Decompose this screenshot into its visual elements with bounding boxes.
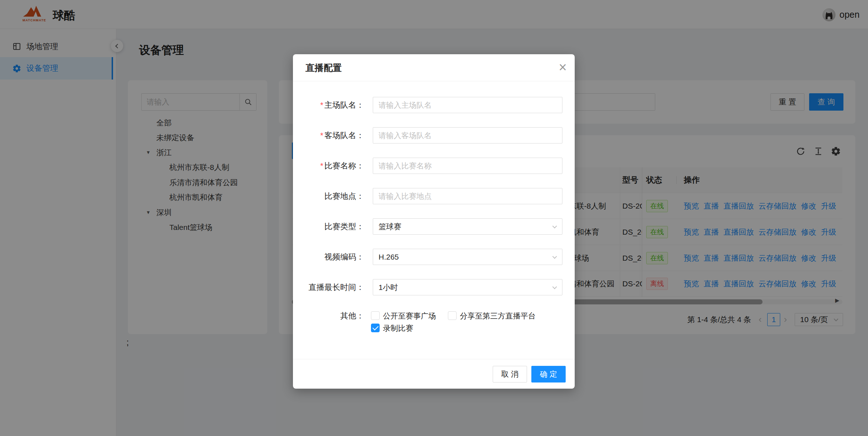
checkbox-label-third-party[interactable]: 分享至第三方直播平台 [460, 311, 536, 320]
modal-footer: 取 消 确 定 [293, 359, 575, 389]
match-type-select[interactable]: 篮球赛 [373, 218, 562, 235]
max-duration-select[interactable]: 1小时 [373, 279, 562, 295]
checkbox-label-record-match[interactable]: 录制比赛 [383, 324, 413, 332]
live-config-modal: 直播配置 × *主场队名： *客场队名： *比赛名称： 比赛地点： 比赛类型： … [293, 54, 575, 389]
field-label-other: 其他： [293, 311, 364, 321]
chevron-down-icon [552, 254, 557, 259]
confirm-button[interactable]: 确 定 [531, 366, 566, 382]
checkbox-label-public-square[interactable]: 公开至赛事广场 [383, 311, 436, 320]
match-location-input[interactable] [373, 188, 562, 204]
close-icon[interactable]: × [559, 59, 567, 76]
checkbox-record-match[interactable] [371, 324, 380, 332]
home-team-input[interactable] [373, 97, 562, 113]
field-label-away-team: *客场队名： [293, 127, 364, 144]
field-label-home-team: *主场队名： [293, 97, 364, 113]
video-codec-value: H.265 [379, 253, 399, 261]
field-label-video-codec: 视频编码： [293, 249, 364, 265]
chevron-down-icon [552, 224, 557, 228]
chevron-down-icon [552, 285, 557, 289]
match-name-input[interactable] [373, 158, 562, 174]
cancel-button[interactable]: 取 消 [493, 366, 527, 382]
field-label-max-duration: 直播最长时间： [293, 279, 364, 295]
modal-header: 直播配置 × [293, 54, 575, 81]
max-duration-value: 1小时 [379, 282, 398, 292]
checkbox-public-square[interactable] [371, 311, 380, 320]
match-type-value: 篮球赛 [379, 222, 401, 232]
video-codec-select[interactable]: H.265 [373, 249, 562, 265]
field-label-match-type: 比赛类型： [293, 218, 364, 235]
field-label-match-name: *比赛名称： [293, 158, 364, 174]
modal-title: 直播配置 [306, 54, 342, 81]
checkbox-third-party[interactable] [448, 311, 457, 320]
away-team-input[interactable] [373, 127, 562, 144]
field-label-match-location: 比赛地点： [293, 188, 364, 204]
